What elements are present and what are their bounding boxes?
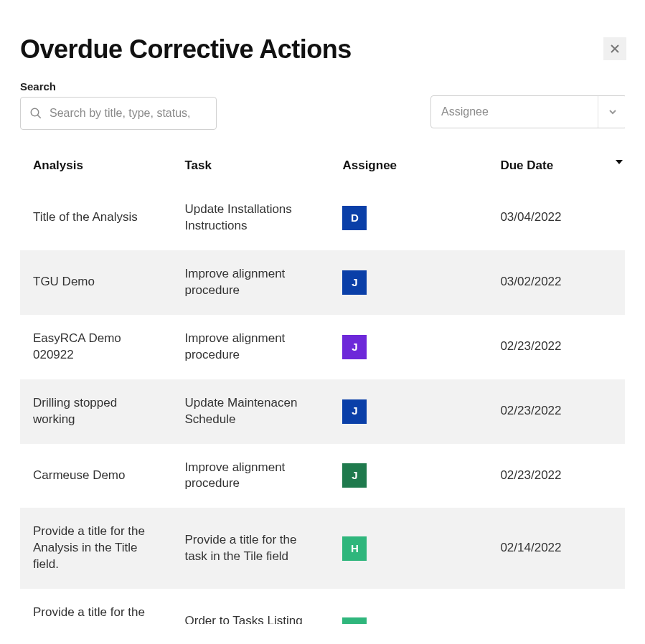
svg-line-1	[37, 115, 41, 118]
assignee-avatar[interactable]: J	[342, 270, 367, 295]
close-icon	[610, 44, 620, 54]
table-row[interactable]: Provide a title for the Analysis in the …	[20, 589, 625, 624]
cell-due-date: 02/23/2022	[487, 379, 625, 444]
cell-analysis: Provide a title for the Analysis in the …	[20, 508, 172, 589]
cell-task: Improve alignment procedure	[172, 315, 330, 379]
assignee-avatar[interactable]: J	[342, 335, 367, 359]
assignee-avatar[interactable]: D	[342, 206, 367, 230]
table-row[interactable]: TGU DemoImprove alignment procedureJ03/0…	[20, 250, 625, 315]
cell-due-date: 03/04/2022	[487, 186, 625, 250]
cell-assignee: D	[329, 186, 487, 250]
search-icon	[29, 107, 42, 120]
col-assignee[interactable]: Assignee	[329, 150, 487, 186]
cell-analysis: EasyRCA Demo 020922	[20, 315, 172, 379]
search-box[interactable]	[20, 97, 217, 130]
assignee-avatar[interactable]: H	[342, 536, 367, 561]
cell-assignee: J	[329, 250, 487, 315]
col-task[interactable]: Task	[172, 150, 330, 186]
assignee-avatar[interactable]: J	[342, 463, 367, 488]
table-row[interactable]: Provide a title for the Analysis in the …	[20, 508, 625, 589]
cell-due-date: 02/01/2022	[487, 589, 625, 624]
cell-due-date: 02/23/2022	[487, 444, 625, 508]
cell-assignee: J	[329, 444, 487, 508]
close-button[interactable]	[603, 37, 626, 60]
cell-assignee: J	[329, 315, 487, 379]
assignee-avatar[interactable]: J	[342, 399, 367, 424]
cell-task: Improve alignment procedure	[172, 250, 330, 315]
svg-point-0	[31, 108, 39, 116]
cell-due-date: 02/14/2022	[487, 508, 625, 589]
assignee-avatar[interactable]: H	[342, 617, 367, 624]
cell-analysis: Carmeuse Demo	[20, 444, 172, 508]
col-analysis[interactable]: Analysis	[20, 150, 172, 186]
cell-task: Update Maintenacen Schedule	[172, 379, 330, 444]
cell-task: Update Installations Instructions	[172, 186, 330, 250]
table-row[interactable]: Drilling stopped workingUpdate Maintenac…	[20, 379, 625, 444]
cell-analysis: Title of the Analysis	[20, 186, 172, 250]
col-due-date[interactable]: Due Date	[487, 150, 625, 186]
actions-table: Analysis Task Assignee Due Date Title of…	[20, 150, 625, 624]
cell-assignee: H	[329, 589, 487, 624]
cell-analysis: Provide a title for the Analysis in the …	[20, 589, 172, 624]
assignee-placeholder: Assignee	[441, 105, 489, 118]
cell-assignee: H	[329, 508, 487, 589]
cell-analysis: Drilling stopped working	[20, 379, 172, 444]
table-row[interactable]: Title of the AnalysisUpdate Installation…	[20, 186, 625, 250]
cell-task: Improve alignment procedure	[172, 444, 330, 508]
col-due-date-label: Due Date	[500, 158, 553, 172]
table-row[interactable]: Carmeuse DemoImprove alignment procedure…	[20, 444, 625, 508]
assignee-caret-box	[598, 96, 625, 128]
cell-assignee: J	[329, 379, 487, 444]
sort-desc-icon	[616, 160, 623, 164]
cell-task: Provide a title for the task in the Tile…	[172, 508, 330, 589]
table-row[interactable]: EasyRCA Demo 020922Improve alignment pro…	[20, 315, 625, 379]
page-title: Overdue Corrective Actions	[20, 34, 352, 65]
cell-due-date: 02/23/2022	[487, 315, 625, 379]
content-scroll[interactable]: Search Assignee Analysis Task	[20, 79, 625, 624]
cell-task: Order to Tasks Listing on Report	[172, 589, 330, 624]
search-label: Search	[20, 80, 217, 93]
chevron-down-icon	[608, 107, 618, 117]
search-input[interactable]	[50, 107, 207, 120]
cell-analysis: TGU Demo	[20, 250, 172, 315]
cell-due-date: 03/02/2022	[487, 250, 625, 315]
assignee-select[interactable]: Assignee	[430, 95, 625, 128]
